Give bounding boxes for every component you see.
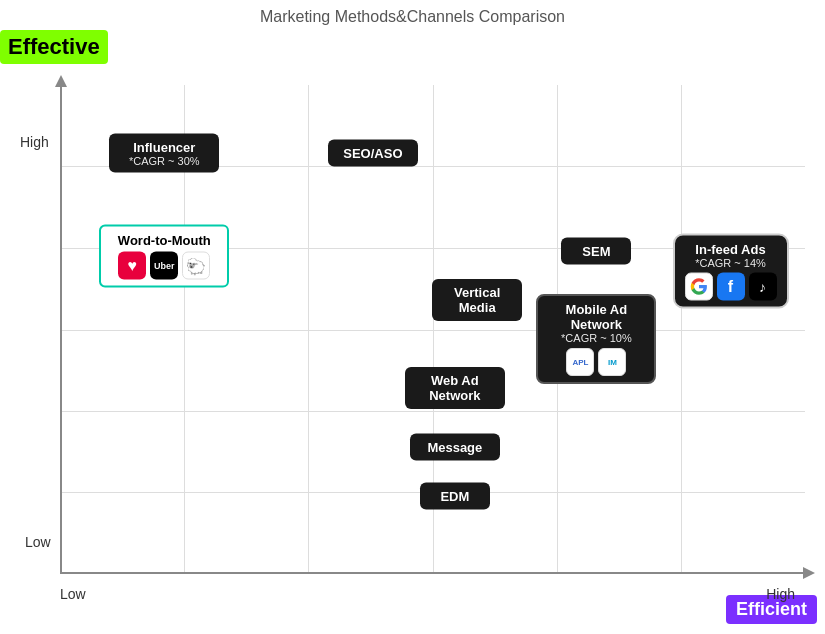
x-axis [60,572,805,574]
in-feed-ads-box: In-feed Ads *CAGR ~ 14% f ♪ [673,233,789,308]
seo-aso-box: SEO/ASO [328,140,418,167]
influencer-label: Influencer [119,140,209,155]
chart-title: Marketing Methods&Channels Comparison [0,0,825,26]
web-ad-network-label: Web AdNetwork [415,373,495,403]
word-to-mouth-icons: ♥ Uber 🐑 [111,252,217,280]
y-axis [60,85,62,574]
mobile-ad-network-box: Mobile AdNetwork *CAGR ~ 10% APL IM [536,294,656,384]
sem-label: SEM [571,244,621,259]
in-feed-ads-label: In-feed Ads [685,241,777,256]
influencer-sub: *CAGR ~ 30% [119,155,209,167]
mobile-ad-network-sub: *CAGR ~ 10% [548,332,644,344]
seo-aso-label: SEO/ASO [338,146,408,161]
in-feed-ads-icons: f ♪ [685,272,777,300]
uber-icon: Uber [150,252,178,280]
web-ad-network-box: Web AdNetwork [405,367,505,409]
vertical-media-label: VerticalMedia [442,285,512,315]
y-axis-arrow [55,75,67,87]
in-feed-ads-sub: *CAGR ~ 14% [685,256,777,268]
inmobi-icon: IM [598,348,626,376]
google-icon [685,272,713,300]
message-box: Message [410,433,500,460]
influencer-box: Influencer *CAGR ~ 30% [109,134,219,173]
mobile-ad-network-icons: APL IM [548,348,644,376]
edm-box: EDM [420,482,490,509]
mobile-ad-network-label: Mobile AdNetwork [548,302,644,332]
x-high-label: High [766,586,795,602]
y-high-label: High [20,134,49,150]
word-to-mouth-box: Word-to-Mouth ♥ Uber 🐑 [99,225,229,288]
sem-box: SEM [561,238,631,265]
effective-label: Effective [0,30,108,64]
tiktok-icon: ♪ [749,272,777,300]
edm-label: EDM [430,488,480,503]
chart-area: High Low Low High Influencer *CAGR ~ 30%… [60,85,805,574]
word-to-mouth-label: Word-to-Mouth [111,233,217,248]
heart-icon: ♥ [118,252,146,280]
y-low-label: Low [25,534,51,550]
x-low-label: Low [60,586,86,602]
sheep-icon: 🐑 [182,252,210,280]
vertical-media-box: VerticalMedia [432,279,522,321]
x-axis-arrow [803,567,815,579]
message-label: Message [420,439,490,454]
applovin-icon: APL [566,348,594,376]
facebook-icon: f [717,272,745,300]
